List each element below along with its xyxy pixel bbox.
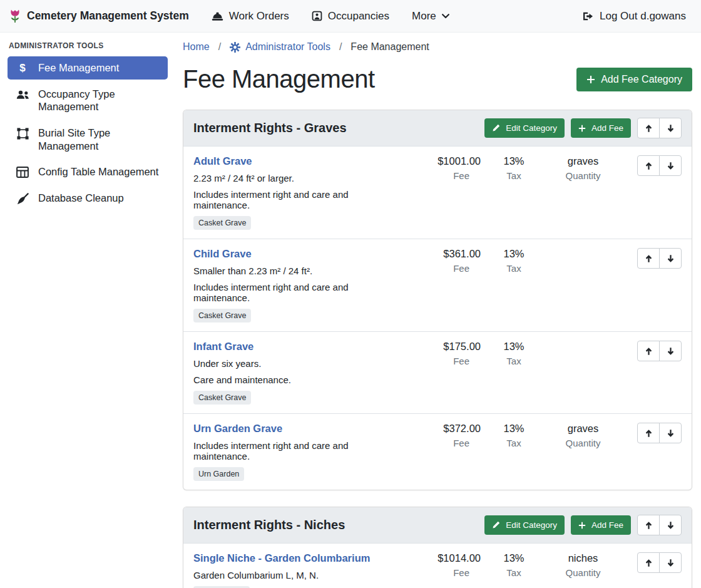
move-fee-down-button[interactable] [659,248,682,269]
fee-tax: 13% [486,248,542,260]
fee-info: Urn Garden Grave Includes interment righ… [193,423,399,481]
fee-amount-label: Fee [399,438,481,448]
move-category-down-button[interactable] [659,118,682,138]
plus-icon [578,522,586,529]
move-fee-up-button[interactable] [637,155,660,176]
fee-description: Includes interment right and care and ma… [193,282,396,303]
fee-description: Includes interment right and care and ma… [193,440,396,462]
move-fee-up-button[interactable] [637,248,660,269]
nav-occupancies[interactable]: Occupancies [312,10,389,23]
move-fee-down-button[interactable] [659,155,682,176]
add-fee-button[interactable]: Add Fee [571,515,631,535]
fee-info: Single Niche - Garden Columbarium Garden… [193,552,399,588]
arrow-up-icon [645,162,653,170]
page-title: Fee Management [183,65,375,93]
fee-row: Adult Grave 2.23 m² / 24 ft² or larger. … [183,146,692,239]
page-header: Fee Management Add Fee Category [183,65,692,93]
sidebar-item-label: Fee Management [38,61,119,75]
arrow-up-icon [645,124,653,133]
fee-actions [625,341,682,361]
plus-icon [578,125,586,132]
edit-category-button[interactable]: Edit Category [484,515,565,535]
fee-actions [625,248,682,269]
category-title: Interment Rights - Graves [193,121,347,135]
fee-name-link[interactable]: Infant Grave [193,341,253,353]
arrow-down-icon [667,521,675,530]
fee-amount: $175.00 [399,341,481,353]
add-fee-category-button[interactable]: Add Fee Category [576,68,692,91]
table-icon [15,165,30,178]
fee-name-link[interactable]: Adult Grave [193,155,252,167]
fee-info: Adult Grave 2.23 m² / 24 ft² or larger. … [193,155,399,230]
fee-tax-cell: 13% Tax [486,341,542,366]
fee-reorder-group [637,155,682,176]
fee-tax-label: Tax [486,567,542,578]
fee-tax: 13% [486,423,542,435]
nav-more[interactable]: More [412,10,449,23]
fee-name-link[interactable]: Single Niche - Garden Columbarium [193,552,370,564]
fee-row: Infant Grave Under six years. Care and m… [183,331,692,413]
move-fee-down-button[interactable] [659,423,682,443]
add-fee-category-label: Add Fee Category [601,74,682,85]
occupancies-icon [312,11,322,21]
move-fee-up-button[interactable] [637,552,660,573]
vector-square-icon [15,126,30,152]
move-category-up-button[interactable] [637,515,660,535]
sidebar-item-database-cleanup[interactable]: Database Cleanup [8,187,168,210]
fee-description: Smaller than 2.23 m² / 24 ft². [193,266,396,276]
fee-description: 2.23 m² / 24 ft² or larger. [193,173,396,183]
arrow-down-icon [667,124,675,133]
move-fee-down-button[interactable] [659,341,682,361]
fee-tax: 13% [486,155,542,167]
fee-description: Includes interment right and care and ma… [193,189,396,210]
breadcrumb-separator: / [339,41,342,53]
move-category-down-button[interactable] [659,515,682,535]
dollar-icon: $ [15,61,30,75]
occupancy-type-badge: Casket Grave [193,391,251,405]
move-fee-down-button[interactable] [659,552,682,573]
add-fee-button[interactable]: Add Fee [571,118,631,138]
fee-amount-label: Fee [399,567,481,578]
fee-row: Child Grave Smaller than 2.23 m² / 24 ft… [183,239,692,331]
arrow-down-icon [667,162,675,170]
fee-name-link[interactable]: Urn Garden Grave [193,423,282,435]
fee-tax-label: Tax [486,263,542,274]
move-fee-up-button[interactable] [637,423,660,443]
logout-label: Log Out d.gowans [600,10,686,23]
nav-work-orders[interactable]: Work Orders [212,10,289,23]
breadcrumb-current: Fee Management [350,41,429,53]
fee-row: Single Niche - Garden Columbarium Garden… [183,543,692,588]
admin-sidebar: ADMINISTRATOR TOOLS $ Fee Management Occ… [0,33,175,213]
breadcrumb-home-link[interactable]: Home [183,41,210,53]
arrow-up-icon [645,347,653,356]
breadcrumb-admin-tools-label: Administrator Tools [245,41,330,53]
move-fee-up-button[interactable] [637,341,660,361]
nav-more-label: More [412,10,436,23]
breadcrumb-admin-tools-link[interactable]: Administrator Tools [230,41,330,53]
fee-tax-label: Tax [486,170,542,181]
breadcrumb-separator: / [218,41,221,53]
arrow-down-icon [667,254,675,263]
move-category-up-button[interactable] [637,118,660,138]
sidebar-item-occupancy-type-management[interactable]: Occupancy Type Management [8,83,168,118]
pencil-icon [492,521,500,529]
sidebar-item-fee-management[interactable]: $ Fee Management [8,56,168,80]
category-title: Interment Rights - Niches [193,518,345,532]
category-reorder-group [637,118,682,138]
edit-category-button[interactable]: Edit Category [484,118,565,138]
edit-category-label: Edit Category [506,520,557,530]
sidebar-item-burial-site-type-management[interactable]: Burial Site Type Management [8,121,168,157]
fee-tax: 13% [486,552,542,564]
occupancy-type-badge: Casket Grave [193,309,251,322]
app-brand: Cemetery Management System [9,9,189,24]
fee-name-link[interactable]: Child Grave [193,248,252,260]
plus-icon [586,75,595,84]
fee-description: Care and maintenance. [193,374,396,385]
sidebar-item-label: Database Cleanup [38,192,124,205]
sidebar-item-config-table-management[interactable]: Config Table Management [8,160,168,183]
broom-icon [15,192,30,205]
fee-quantity-cell: graves Quantity [547,155,619,181]
fee-tax-cell: 13% Tax [486,423,542,448]
add-fee-label: Add Fee [591,520,623,530]
logout-link[interactable]: Log Out d.gowans [582,10,686,23]
